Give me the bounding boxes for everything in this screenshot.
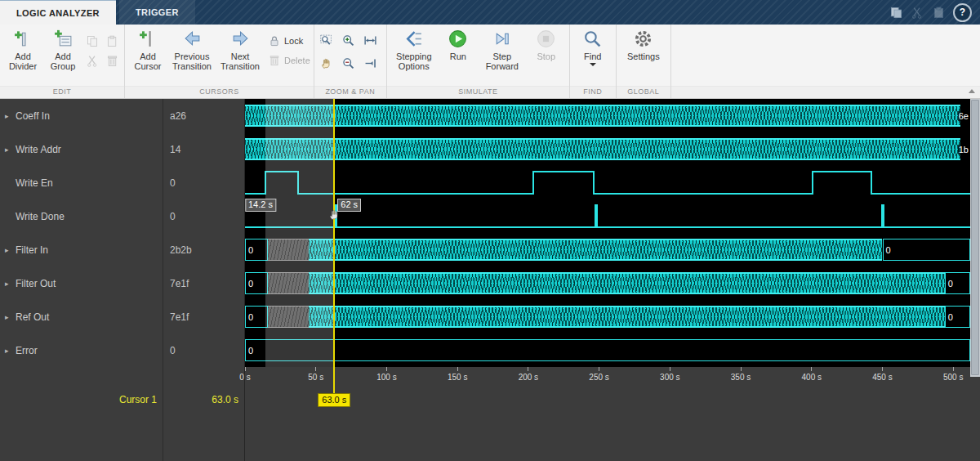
find-button[interactable]: Find bbox=[573, 25, 612, 66]
waveform-row[interactable]: 00 bbox=[245, 266, 970, 300]
zoom-region-button[interactable] bbox=[318, 31, 336, 49]
step-forward-button[interactable]: Step Forward bbox=[479, 25, 526, 71]
signal-name-row[interactable]: ▸Filter In bbox=[0, 233, 163, 266]
signal-name-row[interactable]: ▸Write En bbox=[0, 166, 163, 199]
waveform-row[interactable]: 1b bbox=[245, 132, 970, 166]
signal-name-row[interactable]: ▸Write Done bbox=[0, 199, 163, 233]
tab-logic-analyzer[interactable]: LOGIC ANALYZER bbox=[0, 0, 116, 25]
arrow-left-icon bbox=[182, 29, 203, 49]
toolstrip-section-global: Settings GLOBAL bbox=[617, 25, 671, 98]
signal-name-row[interactable]: ▸Ref Out bbox=[0, 300, 163, 333]
cursor-line[interactable] bbox=[333, 99, 335, 395]
delete-button bbox=[103, 51, 121, 69]
signal-name: Write Done bbox=[16, 211, 65, 222]
settings-button[interactable]: Settings bbox=[620, 25, 667, 61]
stop-button: Stop bbox=[527, 25, 566, 61]
cursor-tag[interactable]: 63.0 s bbox=[318, 393, 350, 407]
button-label: Stop bbox=[537, 51, 555, 61]
tab-label: LOGIC ANALYZER bbox=[16, 8, 100, 18]
zoom-in-button[interactable] bbox=[340, 31, 358, 49]
wave-segment-busy bbox=[245, 138, 960, 160]
run-button[interactable]: Run bbox=[439, 25, 478, 61]
copy-screenshot-icon[interactable] bbox=[889, 6, 903, 20]
expand-icon[interactable]: ▸ bbox=[5, 347, 16, 355]
button-label: Stepping Options bbox=[391, 51, 437, 71]
fit-to-view-button[interactable] bbox=[362, 31, 380, 49]
waveform-row[interactable]: 00 bbox=[245, 233, 970, 266]
bus-edge-value-label: 6e bbox=[958, 111, 969, 121]
delete-cursor-button: Delete bbox=[268, 52, 310, 69]
button-label: Delete bbox=[284, 56, 310, 65]
bus-edge-value-label: 1b bbox=[958, 145, 969, 154]
add-divider-button[interactable]: Add Divider bbox=[3, 25, 42, 71]
wave-segment-busy bbox=[309, 239, 882, 261]
waveform-row[interactable] bbox=[245, 166, 970, 199]
add-group-button[interactable]: Add Group bbox=[43, 25, 82, 71]
expand-icon[interactable]: ▸ bbox=[5, 313, 16, 321]
wave-segment-zero: 0 bbox=[245, 239, 268, 261]
signal-name: Filter Out bbox=[16, 278, 56, 289]
wave-segment-high bbox=[532, 171, 595, 195]
expand-icon[interactable]: ▸ bbox=[5, 280, 16, 288]
run-play-icon bbox=[448, 29, 468, 49]
tab-label: TRIGGER bbox=[136, 7, 179, 17]
help-button[interactable]: ? bbox=[953, 3, 972, 22]
wave-segment-low bbox=[872, 171, 970, 195]
stop-icon bbox=[536, 29, 556, 49]
signal-value: 7e1f bbox=[163, 300, 245, 333]
previous-transition-button[interactable]: Previous Transition bbox=[168, 25, 216, 71]
step-forward-icon bbox=[492, 29, 512, 49]
vertical-scrollbar[interactable] bbox=[970, 99, 980, 377]
tab-trigger[interactable]: TRIGGER bbox=[119, 0, 195, 25]
pan-right-button[interactable] bbox=[362, 54, 380, 72]
add-group-icon bbox=[53, 29, 74, 49]
stepping-options-icon bbox=[403, 29, 424, 49]
zoom-out-button[interactable] bbox=[340, 54, 358, 72]
expand-icon[interactable]: ▸ bbox=[5, 145, 16, 154]
button-label: Lock bbox=[284, 36, 303, 46]
scrollbar-thumb[interactable] bbox=[971, 100, 979, 375]
signal-name: Write En bbox=[16, 177, 53, 189]
signal-name: Write Addr bbox=[16, 144, 61, 155]
signal-name-row[interactable]: ▸Filter Out bbox=[0, 266, 163, 300]
gear-icon bbox=[633, 29, 653, 49]
button-label: Next Transition bbox=[217, 51, 263, 71]
expand-icon[interactable]: ▸ bbox=[5, 246, 16, 254]
wave-segment-zero: 0 bbox=[245, 306, 268, 328]
add-cursor-icon bbox=[138, 29, 158, 49]
section-label-zoom-pan: ZOOM & PAN bbox=[314, 86, 386, 98]
signal-name-row[interactable]: ▸Coeff In bbox=[0, 99, 163, 132]
add-divider-icon bbox=[13, 29, 33, 49]
section-label-edit: EDIT bbox=[0, 86, 124, 98]
waveform-row[interactable]: 6e bbox=[245, 99, 970, 132]
trash-icon bbox=[268, 54, 281, 67]
signal-name-row[interactable]: ▸Error bbox=[0, 333, 163, 367]
button-label: Run bbox=[450, 51, 466, 61]
next-transition-button[interactable]: Next Transition bbox=[216, 25, 264, 71]
drag-hand-icon bbox=[327, 208, 341, 222]
pan-button[interactable] bbox=[318, 54, 336, 72]
wave-area[interactable]: 6e1b0000000 bbox=[245, 99, 970, 367]
titlebar-quick-access: ? bbox=[889, 0, 980, 25]
add-cursor-button[interactable]: Add Cursor bbox=[128, 25, 167, 71]
expand-icon[interactable]: ▸ bbox=[5, 112, 16, 120]
button-label: Add Group bbox=[44, 51, 82, 71]
lock-button[interactable]: Lock bbox=[268, 33, 310, 49]
signal-name-row[interactable]: ▸Write Addr bbox=[0, 132, 163, 166]
toolstrip: Add Divider Add Group EDIT Ad bbox=[0, 25, 980, 99]
section-label-find: FIND bbox=[570, 86, 616, 98]
waveform-row[interactable]: 00 bbox=[245, 300, 970, 333]
collapse-toolstrip-icon[interactable] bbox=[969, 89, 975, 93]
waveform-row[interactable]: 0 bbox=[245, 333, 970, 367]
wave-segment-zero: 0 bbox=[245, 339, 970, 361]
stepping-options-button[interactable]: Stepping Options bbox=[390, 25, 438, 71]
toolstrip-section-zoom-pan: ZOOM & PAN bbox=[314, 25, 387, 98]
signal-name: Error bbox=[16, 345, 38, 356]
signal-value: 0 bbox=[163, 166, 245, 199]
wave-segment-high bbox=[812, 171, 873, 195]
zoom-out-icon bbox=[341, 56, 355, 70]
button-label: Settings bbox=[627, 51, 660, 61]
signal-name: Filter In bbox=[16, 244, 48, 256]
wave-segment-low bbox=[245, 171, 265, 195]
logic-analyzer-window: LOGIC ANALYZER TRIGGER ? Add Divider Add… bbox=[0, 0, 980, 461]
